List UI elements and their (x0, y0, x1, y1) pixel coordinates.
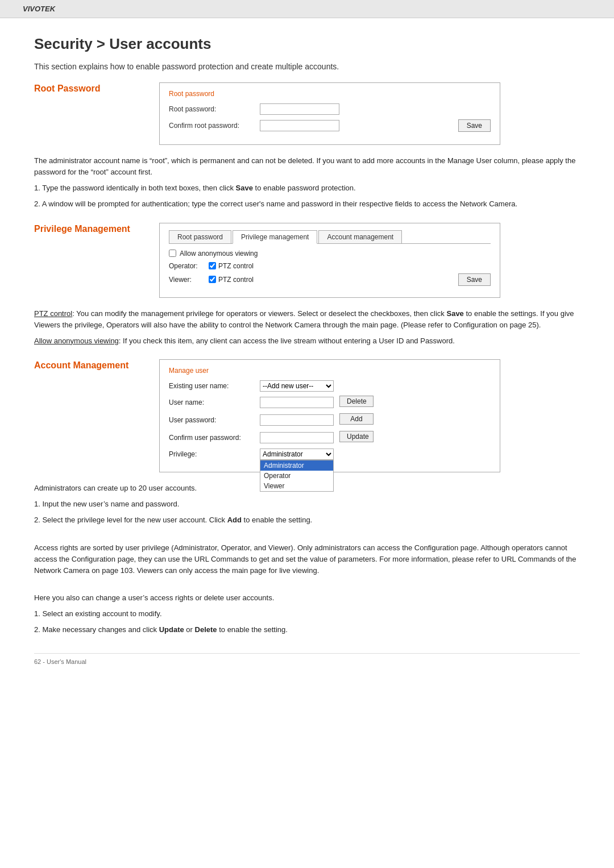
account-desc4: Access rights are sorted by user privile… (34, 542, 580, 576)
root-password-field-label: Root password: (169, 105, 260, 113)
allow-anonymous-underline: Allow anonymous viewing (34, 337, 119, 345)
privilege-section: Privilege Management Root password Privi… (34, 223, 580, 347)
root-password-desc1: The administrator account name is “root”… (34, 155, 580, 178)
privilege-dropdown-row: Privilege: Administrator Operator Viewer… (169, 448, 491, 460)
privilege-option-operator[interactable]: Operator (260, 471, 333, 481)
allow-anonymous-label: Allow anonymous viewing (180, 250, 258, 258)
privilege-desc2: Allow anonymous viewing: If you check th… (34, 335, 580, 347)
privilege-desc: PTZ control: You can modify the manageme… (34, 308, 580, 347)
page-title: Security > User accounts (34, 35, 580, 53)
viewer-ptz-checkbox[interactable] (209, 276, 216, 283)
update-btn-col: Update (339, 431, 374, 445)
account-desc5: Here you also can change a user’s access… (34, 592, 580, 604)
privilege-heading: Privilege Management (34, 224, 130, 234)
root-password-row: Root Password Root password Root passwor… (34, 82, 580, 145)
privilege-panel: Root password Privilege management Accou… (159, 223, 500, 298)
manage-user-title: Manage user (169, 367, 491, 375)
root-password-label-col: Root Password (34, 82, 159, 94)
root-password-box-title: Root password (169, 90, 491, 98)
root-password-section: Root Password Root password Root passwor… (34, 82, 580, 210)
root-password-box-col: Root password Root password: Confirm roo… (159, 82, 580, 145)
manage-user-panel: Manage user Existing user name: --Add ne… (159, 359, 500, 472)
delete-button[interactable]: Delete (339, 396, 374, 407)
privilege-desc1: PTZ control: You can modify the manageme… (34, 308, 580, 331)
account-label-col: Account Management (34, 359, 159, 371)
brand-logo: VIVOTEK (23, 5, 55, 13)
tab-root-password[interactable]: Root password (169, 230, 231, 243)
existing-user-label: Existing user name: (169, 382, 260, 390)
header-bar: VIVOTEK (0, 0, 614, 18)
privilege-dropdown-options: Administrator Operator Viewer (260, 460, 334, 492)
root-password-save-button[interactable]: Save (458, 119, 491, 132)
viewer-label: Viewer: (169, 276, 209, 284)
allow-anonymous-checkbox[interactable] (169, 250, 176, 257)
root-password-desc2: 1. Type the password identically in both… (34, 182, 580, 194)
root-password-panel: Root password Root password: Confirm roo… (159, 82, 500, 145)
operator-ptz-label: PTZ control (209, 262, 254, 270)
privilege-tab-bar: Root password Privilege management Accou… (169, 230, 491, 244)
tab-privilege-management[interactable]: Privilege management (233, 230, 317, 244)
account-row: Account Management Manage user Existing … (34, 359, 580, 472)
confirm-root-password-input[interactable] (260, 120, 339, 131)
username-input[interactable] (260, 397, 334, 408)
operator-ptz-text: PTZ control (218, 262, 254, 270)
privilege-option-administrator[interactable]: Administrator (260, 460, 333, 471)
operator-ptz-checkbox[interactable] (209, 262, 216, 269)
account-desc2: 1. Input the new user’s name and passwor… (34, 499, 580, 510)
add-btn-col: Add (339, 413, 374, 427)
confirm-root-password-field-label: Confirm root password: (169, 122, 260, 130)
privilege-row: Privilege Management Root password Privi… (34, 223, 580, 298)
allow-anonymous-row: Allow anonymous viewing (169, 250, 491, 258)
privilege-select-label: Privilege: (169, 450, 260, 458)
add-button[interactable]: Add (339, 413, 374, 425)
account-heading: Account Management (34, 360, 128, 370)
operator-row: Operator: PTZ control (169, 262, 491, 270)
update-button[interactable]: Update (339, 431, 374, 442)
account-desc6: 1. Select an existing account to modify. (34, 608, 580, 620)
confirm-user-password-input[interactable] (260, 432, 334, 443)
account-section: Account Management Manage user Existing … (34, 359, 580, 636)
viewer-row: Viewer: PTZ control Save (169, 273, 491, 286)
confirm-user-password-row: Confirm user password: Update (169, 431, 491, 445)
account-box-col: Manage user Existing user name: --Add ne… (159, 359, 580, 472)
privilege-option-viewer[interactable]: Viewer (260, 481, 333, 491)
tab-account-management[interactable]: Account management (318, 230, 402, 243)
username-row: User name: Delete (169, 396, 491, 409)
root-password-desc: The administrator account name is “root”… (34, 155, 580, 210)
root-password-input[interactable] (260, 103, 339, 115)
viewer-ptz-text: PTZ control (218, 276, 254, 284)
privilege-label-col: Privilege Management (34, 223, 159, 234)
confirm-root-password-field-row: Confirm root password: Save (169, 119, 491, 132)
account-desc: Administrators can create up to 20 user … (34, 483, 580, 636)
existing-user-select[interactable]: --Add new user-- (260, 380, 334, 392)
privilege-box-col: Root password Privilege management Accou… (159, 223, 580, 298)
user-password-label: User password: (169, 416, 260, 424)
account-desc3: 2. Select the privilege level for the ne… (34, 514, 580, 526)
delete-btn-col: Delete (339, 396, 374, 409)
account-desc7: 2. Make necessary changes and click Upda… (34, 624, 580, 636)
viewer-ptz-label: PTZ control (209, 276, 254, 284)
ptz-control-underline: PTZ control (34, 309, 72, 318)
main-content: Security > User accounts This section ex… (0, 18, 614, 688)
existing-user-row: Existing user name: --Add new user-- (169, 380, 491, 392)
root-password-heading: Root Password (34, 84, 100, 93)
root-password-desc3: 2. A window will be prompted for authent… (34, 198, 580, 210)
privilege-dropdown-wrapper: Administrator Operator Viewer Administra… (260, 448, 334, 460)
root-password-field-row: Root password: (169, 103, 491, 115)
footer: 62 - User's Manual (34, 653, 580, 665)
operator-label: Operator: (169, 262, 209, 270)
user-password-row: User password: Add (169, 413, 491, 427)
user-password-input[interactable] (260, 414, 334, 426)
confirm-user-password-label: Confirm user password: (169, 434, 260, 442)
privilege-save-button[interactable]: Save (458, 273, 491, 286)
username-label: User name: (169, 398, 260, 406)
intro-text: This section explains how to enable pass… (34, 62, 580, 71)
privilege-select[interactable]: Administrator Operator Viewer (260, 448, 334, 460)
